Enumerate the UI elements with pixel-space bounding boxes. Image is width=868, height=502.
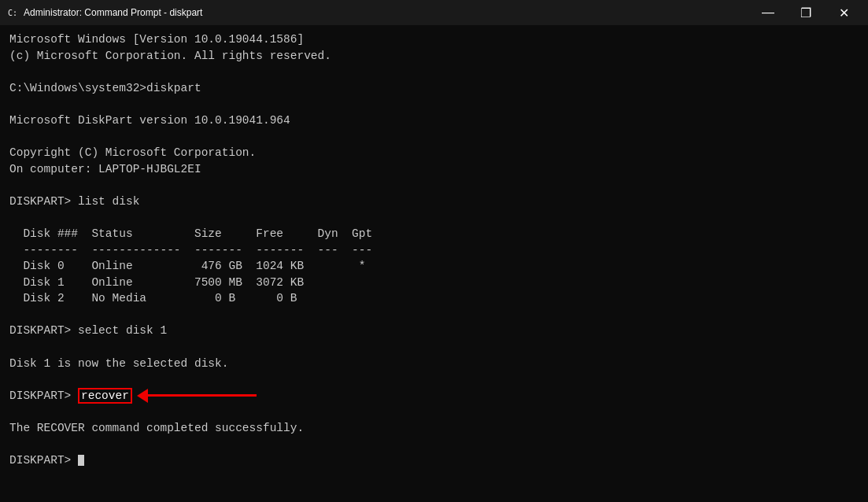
spacer-7 xyxy=(9,339,859,356)
recover-highlight: recover xyxy=(78,388,132,404)
line-recover-success: The RECOVER command completed successful… xyxy=(9,420,859,437)
line-list-disk-cmd: DISKPART> list disk xyxy=(9,194,859,210)
line-selected-disk: Disk 1 is now the selected disk. xyxy=(9,356,859,372)
disk-2-row: Disk 2 No Media 0 B 0 B xyxy=(9,290,859,307)
cursor-blink xyxy=(78,455,84,466)
line-copyright2: Copyright (C) Microsoft Corporation. xyxy=(9,145,859,161)
window-title: Administrator: Command Prompt - diskpart xyxy=(24,7,202,18)
spacer-3 xyxy=(9,128,859,145)
spacer-9 xyxy=(9,404,859,420)
spacer-5 xyxy=(9,209,859,226)
line-prompt-diskpart: C:\Windows\system32>diskpart xyxy=(9,80,859,97)
title-bar-left: C: Administrator: Command Prompt - diskp… xyxy=(6,6,202,19)
line-final-prompt: DISKPART> xyxy=(9,452,859,469)
arrow-line-icon xyxy=(146,394,257,397)
disk-0-row: Disk 0 Online 476 GB 1024 KB * xyxy=(9,258,859,275)
window-controls: — ❐ ✕ xyxy=(750,0,862,25)
table-separator: -------- ------------- ------- ------- -… xyxy=(9,242,859,259)
minimize-button[interactable]: — xyxy=(750,0,786,25)
spacer-4 xyxy=(9,177,859,194)
spacer-6 xyxy=(9,307,859,323)
cmd-window: C: Administrator: Command Prompt - diskp… xyxy=(0,0,868,502)
cmd-icon: C: xyxy=(6,6,19,19)
spacer-8 xyxy=(9,371,859,388)
spacer-10 xyxy=(9,436,859,452)
svg-text:C:: C: xyxy=(8,9,17,17)
line-select-disk: DISKPART> select disk 1 xyxy=(9,323,859,339)
title-bar: C: Administrator: Command Prompt - diskp… xyxy=(0,0,868,25)
line-copyright: (c) Microsoft Corporation. All rights re… xyxy=(9,48,859,65)
arrow-indicator xyxy=(137,389,257,403)
table-header: Disk ### Status Size Free Dyn Gpt xyxy=(9,226,859,242)
restore-button[interactable]: ❐ xyxy=(788,0,824,25)
line-recover-cmd: DISKPART> recover xyxy=(9,388,859,404)
close-button[interactable]: ✕ xyxy=(826,0,862,25)
line-diskpart-version: Microsoft DiskPart version 10.0.19041.96… xyxy=(9,113,859,129)
spacer-1 xyxy=(9,64,859,80)
line-win-version: Microsoft Windows [Version 10.0.19044.15… xyxy=(9,31,859,48)
console-output[interactable]: Microsoft Windows [Version 10.0.19044.15… xyxy=(0,25,868,502)
line-computer: On computer: LAPTOP-HJBGL2EI xyxy=(9,161,859,178)
disk-1-row: Disk 1 Online 7500 MB 3072 KB xyxy=(9,275,859,291)
spacer-2 xyxy=(9,96,859,113)
